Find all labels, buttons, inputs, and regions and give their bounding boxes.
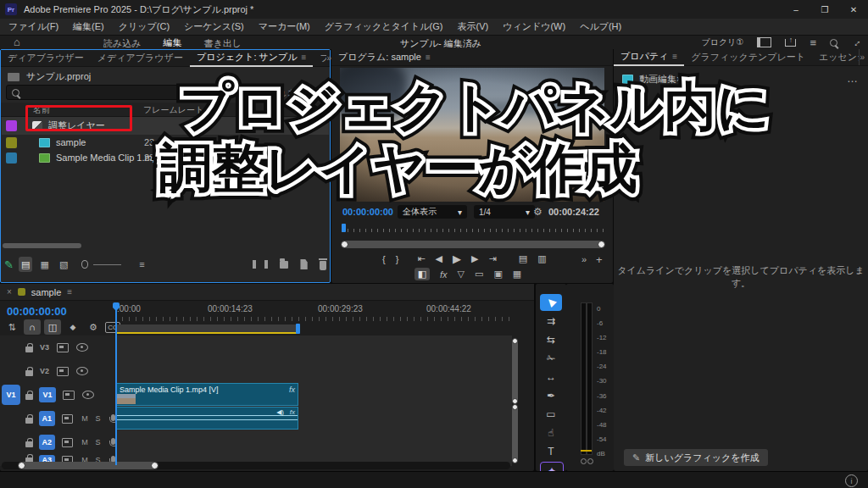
track-header-a1[interactable]: A1 M S [0, 407, 115, 431]
track-target-a2[interactable]: A2 [39, 435, 55, 450]
step-back-button[interactable]: ◀ [436, 253, 442, 264]
track-label[interactable]: V2 [40, 367, 49, 375]
rectangle-tool[interactable]: ▭ [540, 406, 562, 423]
track-label[interactable]: V3 [40, 343, 49, 352]
zoom-slider-handle[interactable] [81, 260, 89, 269]
tab-media-browser[interactable]: メディアブラウザー [91, 50, 190, 66]
video-tracks-scrollbar[interactable] [512, 340, 518, 402]
extract-button[interactable]: ▥ [537, 253, 546, 264]
export-frame-button[interactable]: ▣ [493, 269, 502, 280]
lock-icon[interactable] [25, 370, 33, 376]
new-bin-icon[interactable] [280, 261, 289, 269]
maximize-button[interactable]: ❐ [810, 0, 839, 19]
lock-icon[interactable] [25, 441, 33, 447]
menu-window[interactable]: ウィンドウ(W) [503, 20, 565, 33]
track-visibility-icon[interactable] [76, 367, 88, 375]
home-icon[interactable]: ⌂ [14, 36, 20, 47]
zoom-slider-track[interactable] [93, 264, 121, 265]
timeline-settings-icon[interactable]: ⚙ [85, 319, 102, 335]
slip-tool[interactable]: ↔ [540, 369, 562, 385]
tab-project-other[interactable]: プロジェクト: 動 [313, 50, 326, 66]
playback-resolution-select[interactable]: 1/4 ▾ [474, 205, 535, 219]
go-to-in-button[interactable]: ⇤ [417, 253, 425, 264]
tab-graphic-templates[interactable]: グラフィックテンプレート [684, 49, 812, 65]
label-color-chip[interactable] [6, 137, 17, 148]
menu-clip[interactable]: クリップ(C) [119, 20, 170, 33]
zoom-level-select[interactable]: 全体表示 ▾ [398, 205, 467, 219]
play-button[interactable]: ▶ [453, 252, 461, 265]
search-input[interactable] [6, 85, 179, 100]
lock-icon[interactable] [25, 394, 33, 400]
audio-tracks-scrollbar[interactable] [512, 406, 518, 462]
project-item-sequence[interactable]: sample 23.976 fps [2, 135, 329, 150]
tab-overflow-icon[interactable]: » [860, 53, 868, 62]
settings-wrench-icon[interactable]: ⚙ [533, 207, 542, 217]
multiview-button[interactable]: ▦ [513, 269, 521, 280]
lift-button[interactable]: ▤ [519, 253, 527, 264]
timeline-playhead[interactable] [115, 304, 117, 465]
tab-project-sample[interactable]: プロジェクト: サンプル ≡ [190, 49, 314, 67]
track-lane-v3[interactable] [115, 336, 512, 360]
track-visibility-icon[interactable] [76, 343, 88, 352]
track-lane-a1[interactable]: ◀) fx [115, 407, 512, 431]
hand-tool[interactable]: ☝ [540, 424, 562, 441]
label-color-chip[interactable] [6, 120, 17, 131]
solo-button[interactable]: S [93, 438, 103, 446]
global-fx-mute-button[interactable]: fx [440, 269, 448, 280]
tab-properties[interactable]: プロパティ ≡ [614, 48, 684, 66]
tab-export[interactable]: 書き出し [201, 36, 246, 50]
track-lane-v1[interactable]: Sample Media Clip 1.mp4 [V] fx [115, 383, 512, 408]
type-tool[interactable]: T [540, 443, 562, 460]
menu-view[interactable]: 表示(V) [458, 20, 489, 33]
track-header-v3[interactable]: V3 [0, 336, 115, 360]
comparison-view-button[interactable]: ◧ [415, 268, 430, 280]
workspace-panel-icon[interactable] [757, 37, 771, 47]
timeline-ruler[interactable]: :00:00 00:00:14:23 00:00:29:23 00:00:44:… [115, 302, 514, 321]
panel-menu-icon[interactable]: ≡ [426, 53, 431, 62]
program-video-frame[interactable] [340, 68, 604, 202]
list-view-button[interactable]: ▤ [19, 257, 33, 272]
track-target-v1[interactable]: V1 [39, 387, 56, 402]
track-header-a2[interactable]: A2 M S [0, 430, 115, 455]
trash-icon[interactable] [320, 261, 326, 270]
pen-tool[interactable]: ✒ [540, 387, 562, 404]
transport-more-icon[interactable]: » [581, 255, 587, 264]
solo-button[interactable]: S [93, 414, 103, 423]
selection-tool[interactable]: ▶ [540, 294, 562, 311]
timeline-current-timecode[interactable]: 00:00:00:00 [7, 305, 67, 318]
work-area-bar[interactable] [115, 324, 298, 334]
track-lane-a2[interactable] [115, 430, 512, 455]
mute-button[interactable]: M [80, 438, 89, 446]
track-lane-v2[interactable] [115, 359, 512, 384]
step-forward-button[interactable]: ▶ [471, 253, 478, 264]
sort-icon[interactable]: ≡ [135, 257, 149, 272]
close-button[interactable]: ✕ [839, 0, 868, 19]
video-clip[interactable]: Sample Media Clip 1.mp4 [V] fx [115, 383, 298, 406]
timeline-hscroll-track[interactable] [2, 462, 510, 469]
program-time-ruler[interactable] [342, 225, 604, 232]
quick-workspace-label[interactable]: プロクリ① [702, 36, 744, 48]
tab-import[interactable]: 読み込み [100, 36, 145, 50]
menu-edit[interactable]: 編集(E) [73, 20, 104, 33]
project-item-media-clip[interactable]: Sample Media Clip 1.mp4 23.976 fps [2, 150, 329, 165]
menu-graphics[interactable]: グラフィックとタイトル(G) [325, 20, 443, 33]
quick-export-icon[interactable]: ↑ [785, 39, 796, 47]
add-marker-icon[interactable]: ◆ [64, 319, 81, 335]
project-breadcrumb[interactable]: サンプル.prproj [8, 70, 91, 83]
workspace-menu-icon[interactable]: ≡ [810, 37, 816, 48]
timeline-hscroll-thumb[interactable] [19, 462, 158, 469]
panel-menu-icon[interactable]: ≡ [302, 53, 307, 62]
icon-view-button[interactable]: ▦ [37, 257, 52, 272]
proxy-toggle-button[interactable]: ▭ [475, 269, 483, 280]
tab-sequence-sample[interactable]: × sample ≡ [0, 284, 79, 300]
menu-marker[interactable]: マーカー(M) [259, 20, 310, 33]
sync-lock-icon[interactable] [57, 343, 69, 352]
mark-in-button[interactable]: { [382, 254, 386, 264]
go-to-out-button[interactable]: ⇥ [489, 253, 497, 264]
ripple-edit-tool[interactable]: ⇆ [540, 331, 562, 348]
work-area-end-handle[interactable] [296, 324, 300, 334]
linked-selection-icon[interactable]: ◫ [44, 319, 61, 335]
freeform-view-button[interactable]: ▧ [57, 257, 71, 272]
label-color-chip[interactable] [6, 152, 17, 164]
search-bin-button[interactable] [186, 85, 203, 100]
